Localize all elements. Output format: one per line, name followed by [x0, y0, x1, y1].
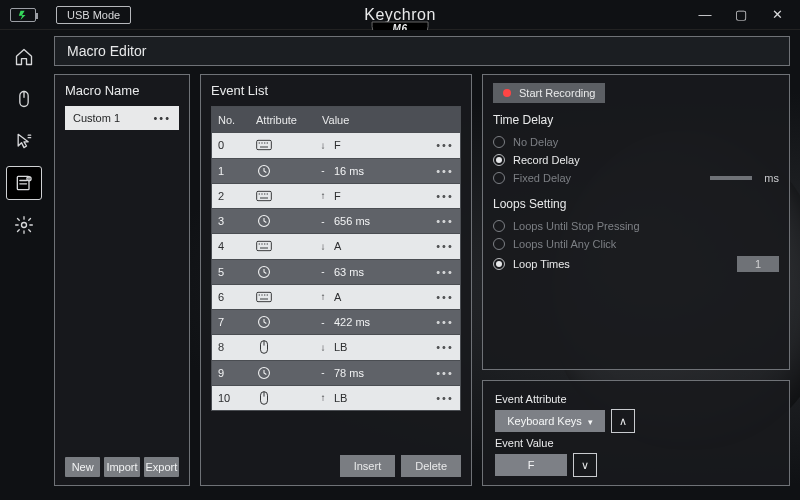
macro-item[interactable]: Custom 1 •••: [65, 106, 179, 130]
direction-icon: -: [318, 266, 328, 277]
direction-icon: ↑: [318, 291, 328, 302]
clock-icon: [256, 316, 272, 328]
mouse-icon: [256, 392, 272, 404]
row-menu-icon[interactable]: •••: [430, 215, 460, 227]
radio-record-delay[interactable]: Record Delay: [493, 151, 779, 169]
clock-icon: [256, 266, 272, 278]
event-attribute-panel: Event Attribute Keyboard Keys▾ ∧ Event V…: [482, 380, 790, 486]
row-menu-icon[interactable]: •••: [430, 316, 460, 328]
event-row[interactable]: 5-63 ms•••: [212, 259, 460, 284]
event-row[interactable]: 8↓LB•••: [212, 334, 460, 359]
svg-rect-21: [257, 242, 272, 251]
title-bar: USB Mode Keychron M6 — ▢ ✕: [0, 0, 800, 30]
row-no: 10: [218, 392, 256, 404]
radio-loop-times[interactable]: Loop Times 1: [493, 253, 779, 275]
radio-no-delay[interactable]: No Delay: [493, 133, 779, 151]
event-row[interactable]: 7-422 ms•••: [212, 309, 460, 334]
macro-new-button[interactable]: New: [65, 457, 100, 477]
record-icon: [503, 89, 511, 97]
row-value: 422 ms: [334, 316, 370, 328]
event-row[interactable]: 4↓A•••: [212, 233, 460, 258]
keyboard-icon: [256, 291, 272, 303]
direction-icon: -: [318, 165, 328, 176]
radio-fixed-delay[interactable]: Fixed Delay ms: [493, 169, 779, 187]
direction-icon: ↑: [318, 392, 328, 403]
sidebar: [6, 36, 46, 486]
event-row[interactable]: 6↑A•••: [212, 284, 460, 309]
svg-rect-28: [257, 292, 272, 301]
direction-icon: -: [318, 367, 328, 378]
event-delete-button[interactable]: Delete: [401, 455, 461, 477]
th-val: Value: [318, 114, 430, 126]
event-insert-button[interactable]: Insert: [340, 455, 396, 477]
clock-icon: [256, 215, 272, 227]
event-attribute-select[interactable]: Keyboard Keys▾: [495, 410, 605, 432]
row-value: 16 ms: [334, 165, 364, 177]
event-row[interactable]: 9-78 ms•••: [212, 360, 460, 385]
minimize-button[interactable]: —: [696, 7, 714, 22]
sidebar-settings[interactable]: [6, 208, 42, 242]
event-up-button[interactable]: ∧: [611, 409, 635, 433]
macro-export-button[interactable]: Export: [144, 457, 179, 477]
direction-icon: ↓: [318, 342, 328, 353]
row-no: 6: [218, 291, 256, 303]
row-value: 78 ms: [334, 367, 364, 379]
row-menu-icon[interactable]: •••: [430, 367, 460, 379]
row-value: LB: [334, 341, 347, 353]
chevron-down-icon: ▾: [588, 417, 593, 427]
sidebar-macro[interactable]: [6, 166, 42, 200]
keyboard-icon: [256, 240, 272, 252]
keyboard-icon: [256, 190, 272, 202]
row-no: 4: [218, 240, 256, 252]
loop-times-input[interactable]: 1: [737, 256, 779, 272]
battery-icon: [10, 8, 36, 22]
row-menu-icon[interactable]: •••: [430, 139, 460, 151]
loops-title: Loops Setting: [493, 197, 779, 211]
sidebar-mouse[interactable]: [6, 82, 42, 116]
th-no: No.: [218, 114, 256, 126]
event-row[interactable]: 3-656 ms•••: [212, 208, 460, 233]
macro-item-label: Custom 1: [73, 112, 120, 124]
event-list-panel: Event List No. Attribute Value 0↓F•••1-1…: [200, 74, 472, 486]
event-value-label: Event Value: [495, 437, 777, 449]
event-row[interactable]: 0↓F•••: [212, 132, 460, 157]
macro-import-button[interactable]: Import: [104, 457, 139, 477]
row-menu-icon[interactable]: •••: [430, 165, 460, 177]
maximize-button[interactable]: ▢: [732, 7, 750, 22]
event-row[interactable]: 1-16 ms•••: [212, 158, 460, 183]
row-menu-icon[interactable]: •••: [430, 190, 460, 202]
event-row[interactable]: 10↑LB•••: [212, 385, 460, 410]
event-table: No. Attribute Value 0↓F•••1-16 ms•••2↑F•…: [211, 106, 461, 411]
row-value: A: [334, 240, 341, 252]
radio-loops-click[interactable]: Loops Until Any Click: [493, 235, 779, 253]
sidebar-home[interactable]: [6, 40, 42, 74]
event-attribute-label: Event Attribute: [495, 393, 777, 405]
sidebar-pointer[interactable]: [6, 124, 42, 158]
row-no: 5: [218, 266, 256, 278]
keyboard-icon: [256, 139, 272, 151]
row-menu-icon[interactable]: •••: [430, 240, 460, 252]
svg-rect-14: [257, 191, 272, 200]
fixed-delay-input[interactable]: [710, 176, 752, 180]
clock-icon: [256, 367, 272, 379]
event-value-select[interactable]: F: [495, 454, 567, 476]
event-down-button[interactable]: ∨: [573, 453, 597, 477]
row-menu-icon[interactable]: •••: [430, 341, 460, 353]
row-value: F: [334, 190, 341, 202]
direction-icon: -: [318, 216, 328, 227]
page-title: Macro Editor: [54, 36, 790, 66]
usb-mode-button[interactable]: USB Mode: [56, 6, 131, 24]
row-menu-icon[interactable]: •••: [430, 291, 460, 303]
radio-loops-stop[interactable]: Loops Until Stop Pressing: [493, 217, 779, 235]
event-table-header: No. Attribute Value: [212, 107, 460, 132]
row-no: 0: [218, 139, 256, 151]
th-attr: Attribute: [256, 114, 318, 126]
row-menu-icon[interactable]: •••: [430, 392, 460, 404]
close-button[interactable]: ✕: [768, 7, 786, 22]
event-row[interactable]: 2↑F•••: [212, 183, 460, 208]
row-menu-icon[interactable]: •••: [430, 266, 460, 278]
row-value: 63 ms: [334, 266, 364, 278]
start-recording-button[interactable]: Start Recording: [493, 83, 605, 103]
macro-item-menu-icon[interactable]: •••: [153, 112, 171, 124]
row-no: 2: [218, 190, 256, 202]
